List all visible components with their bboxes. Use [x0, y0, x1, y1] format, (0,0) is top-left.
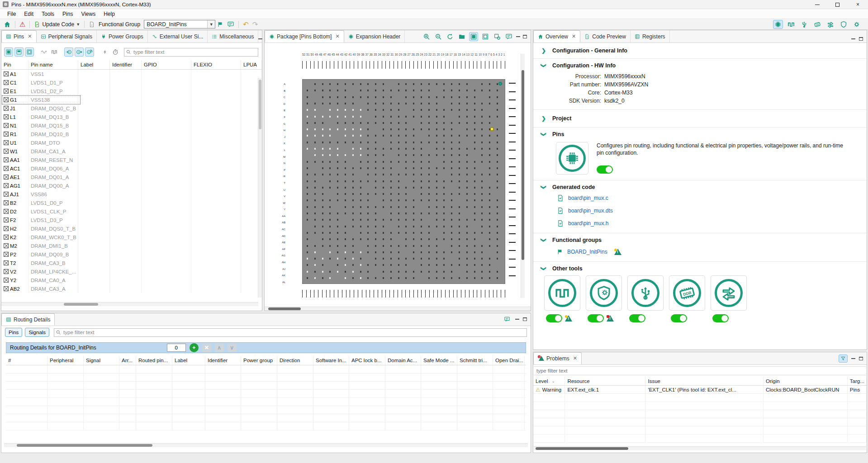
scrollbar-thumb[interactable]	[259, 80, 261, 129]
column-header[interactable]: FLEXIO	[191, 60, 241, 69]
pin-row[interactable]: G1VSS138	[1, 95, 262, 104]
pin-row[interactable]: W1DRAM_CA1_A	[1, 147, 262, 156]
unrouted-checkbox-icon[interactable]	[4, 217, 9, 222]
column-header[interactable]: Identifier	[110, 60, 142, 69]
pins-vertical-scrollbar[interactable]	[258, 78, 262, 298]
section-hw-info[interactable]: ❯ Configuration - HW Info	[533, 62, 867, 69]
pin-row[interactable]: U1DRAM_DTO	[1, 138, 262, 147]
tab-expansion-header[interactable]: Expansion Header	[344, 30, 405, 43]
pin-row[interactable]: D2LVDS1_CLK_P	[1, 207, 262, 216]
column-header[interactable]: Targ...	[848, 377, 867, 385]
tab-pins[interactable]: Pins✕	[1, 30, 37, 43]
problems-filter-input[interactable]	[534, 366, 866, 375]
unrouted-checkbox-icon[interactable]	[4, 71, 9, 76]
show-bidirectional-routes-button[interactable]	[85, 47, 94, 57]
unrouted-checkbox-icon[interactable]	[4, 209, 9, 214]
tab-miscellaneous[interactable]: Miscellaneous	[208, 30, 258, 43]
close-icon[interactable]: ✕	[335, 33, 339, 39]
menu-file[interactable]: File	[4, 10, 19, 18]
unrouted-checkbox-icon[interactable]	[4, 226, 9, 231]
problem-row[interactable]: ⚠WarningEXT.ext_clk.1'EXT_CLK1' (Pins to…	[533, 386, 867, 394]
log-button[interactable]	[225, 20, 236, 29]
unrouted-checkbox-icon[interactable]	[4, 243, 9, 248]
unrouted-checkbox-icon[interactable]	[4, 89, 9, 94]
pin-row[interactable]: Y2DRAM_CA0_A	[1, 276, 262, 284]
unrouted-checkbox-icon[interactable]	[4, 235, 9, 240]
update-code-button[interactable]: Update Code ▼	[32, 20, 82, 29]
clocks-tool-card[interactable]	[544, 275, 580, 311]
pin-row[interactable]: AC1DRAM_DQ06_A	[1, 164, 262, 173]
pin-row[interactable]: AJ1VSS86	[1, 190, 262, 198]
package-view[interactable]: 5251504948474645444342414039383736353433…	[265, 43, 531, 311]
undo-button[interactable]: ↶	[241, 20, 251, 29]
column-header[interactable]: Signal	[84, 356, 119, 365]
redo-button[interactable]: ↷	[251, 20, 260, 29]
unrouted-checkbox-icon[interactable]	[4, 200, 9, 205]
unrouted-checkbox-icon[interactable]	[4, 97, 9, 102]
tool-tee-button[interactable]	[825, 20, 835, 29]
unrouted-checkbox-icon[interactable]	[4, 157, 9, 162]
column-header[interactable]: APC lock b...	[349, 356, 385, 365]
close-icon[interactable]: ✕	[572, 33, 576, 39]
pin-row[interactable]: N1DRAM_DQ15_B	[1, 121, 262, 130]
unrouted-checkbox-icon[interactable]	[4, 252, 9, 257]
maximize-panel-icon[interactable]	[859, 357, 863, 360]
tooltip-toggle-button[interactable]	[503, 315, 512, 324]
tool-device-config-button[interactable]	[852, 20, 862, 29]
tee-toggle[interactable]	[712, 314, 729, 322]
part-number-link[interactable]: MIMX9596AVZXN	[604, 81, 648, 88]
generated-file-link[interactable]: board\pin_mux.c	[568, 195, 608, 201]
column-header[interactable]: Resource	[565, 377, 645, 385]
column-header[interactable]: #	[6, 356, 47, 365]
tab-peripheral-signals[interactable]: Peripheral Signals	[37, 30, 97, 43]
unrouted-checkbox-icon[interactable]	[4, 175, 9, 180]
column-header[interactable]: Issue	[645, 377, 764, 385]
column-header[interactable]: LPUA	[241, 60, 262, 69]
tooltip-toggle-button[interactable]	[504, 32, 513, 41]
unrouted-checkbox-icon[interactable]	[4, 286, 9, 291]
generated-file-link[interactable]: board\pin_mux.h	[568, 220, 608, 227]
pins-filter-input[interactable]	[124, 48, 258, 57]
column-header[interactable]: GPIO	[142, 60, 191, 69]
menu-help[interactable]: Help	[100, 10, 119, 18]
column-header[interactable]: Open Drai...	[493, 356, 525, 365]
show-routed-pins-button[interactable]	[4, 47, 13, 57]
tab-package-pins-bottom[interactable]: Package [Pins Bottom]✕	[265, 30, 344, 43]
minimize-panel-icon[interactable]	[258, 38, 262, 39]
tab-overview[interactable]: Overview✕	[533, 30, 580, 43]
pin-row[interactable]: H2DRAM_DQS0_T_B	[1, 224, 262, 233]
unrouted-checkbox-icon[interactable]	[4, 166, 9, 171]
unrouted-checkbox-icon[interactable]	[4, 140, 9, 145]
menu-views[interactable]: Views	[77, 10, 99, 18]
routing-pins-button[interactable]: Pins	[5, 328, 22, 337]
unrouted-checkbox-icon[interactable]	[4, 278, 9, 283]
tab-code-preview[interactable]: c Code Preview	[580, 30, 631, 43]
pin-row[interactable]: M2DRAM_DMI1_B	[1, 241, 262, 250]
pin-row[interactable]: AB2DRAM_CA3_A	[1, 284, 262, 293]
pin-row[interactable]: K2DRAM_WCK0_T_B	[1, 233, 262, 241]
functional-group-file-button[interactable]: c	[87, 20, 97, 29]
routing-filter-input[interactable]	[54, 328, 527, 337]
show-digital-button[interactable]	[50, 47, 59, 57]
maximize-panel-icon[interactable]	[523, 317, 527, 321]
pin-row[interactable]: E1LVDS1_D2_P	[1, 87, 262, 95]
unrouted-checkbox-icon[interactable]	[4, 269, 9, 274]
tab-external-user-signals[interactable]: External User Si...	[148, 30, 208, 43]
column-header[interactable]: Label	[172, 356, 205, 365]
show-free-pins-button[interactable]	[25, 47, 34, 57]
pin-row[interactable]: R1DRAM_DQ10_B	[1, 130, 262, 138]
menu-pins[interactable]: Pins	[59, 10, 76, 18]
clocks-toggle[interactable]	[546, 314, 562, 322]
pin-row[interactable]: AG1DRAM_DQ00_A	[1, 181, 262, 190]
pins-tool-toggle[interactable]	[597, 165, 613, 174]
minimize-panel-icon[interactable]	[515, 319, 519, 320]
functional-group-select[interactable]: BOARD_InitPins ▼	[144, 20, 215, 28]
device-config-toggle[interactable]	[588, 314, 604, 322]
close-button[interactable]: ×	[848, 0, 868, 9]
routing-horizontal-scrollbar[interactable]	[4, 443, 528, 447]
section-project[interactable]: ❯ Project	[533, 115, 867, 122]
peripherals-tool-card[interactable]	[627, 275, 664, 311]
column-header[interactable]: Peripheral	[47, 356, 84, 365]
tab-registers[interactable]: Registers	[631, 30, 670, 43]
pin-row[interactable]: B2LVDS1_D0_P	[1, 198, 262, 207]
